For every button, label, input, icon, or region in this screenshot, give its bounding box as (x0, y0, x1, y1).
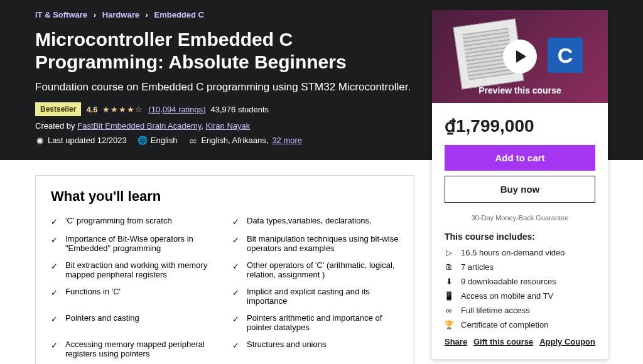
trophy-icon: 🏆 (445, 321, 453, 329)
cc-icon: ㏄ (188, 136, 197, 145)
chevron-right-icon: › (94, 10, 96, 19)
stars-icon: ★★★★☆ (102, 105, 143, 114)
check-icon: ✓ (232, 314, 239, 332)
file-icon: 🗎 (445, 263, 453, 272)
play-icon (503, 40, 537, 73)
infinity-icon: ∞ (445, 306, 453, 315)
learn-item: ✓Bit manipulation techniques using bit-w… (232, 232, 399, 255)
share-link[interactable]: Share (445, 337, 467, 346)
learn-item: ✓'C' programming from scratch (51, 213, 217, 229)
check-icon: ✓ (232, 217, 239, 227)
video-icon: ▷ (445, 249, 453, 257)
badge-icon: ◉ (35, 136, 44, 145)
add-to-cart-button[interactable]: Add to cart (445, 145, 595, 171)
author-link[interactable]: FastBit Embedded Brain Academy (77, 121, 201, 131)
more-captions-link[interactable]: 32 more (272, 136, 302, 145)
check-icon: ✓ (232, 262, 239, 279)
breadcrumb-link[interactable]: Hardware (102, 10, 139, 19)
check-icon: ✓ (51, 235, 58, 253)
learn-item: ✓Pointers and casting (51, 311, 217, 335)
mobile-icon: 📱 (445, 292, 453, 301)
author-link[interactable]: Kiran Nayak (205, 121, 250, 131)
course-subtitle: Foundation course on Embedded C programm… (35, 81, 424, 94)
learn-item: ✓Pointers arithmetic and importance of p… (232, 311, 399, 335)
preview-video[interactable]: C Preview this course (432, 10, 608, 103)
includes-item: 🗎7 articles (445, 262, 595, 272)
check-icon: ✓ (51, 217, 58, 227)
learn-item: ✓Functions in 'C' (51, 284, 217, 308)
learn-item: ✓Importance of Bit-Wise operators in "Em… (51, 232, 217, 255)
breadcrumb-link[interactable]: Embedded C (154, 10, 204, 19)
includes-item: 📱Access on mobile and TV (445, 291, 595, 301)
breadcrumb-link[interactable]: IT & Software (35, 10, 87, 19)
learn-item: ✓Other operators of 'C' (arithmatic, log… (232, 258, 399, 282)
includes-item: ∞Full lifetime access (445, 306, 595, 315)
last-updated: ◉ Last updated 12/2023 (35, 136, 127, 145)
check-icon: ✓ (232, 341, 239, 358)
course-language: 🌐 English (138, 136, 178, 145)
course-title: Microcontroller Embedded C Programming: … (35, 28, 424, 73)
guarantee-text: 30-Day Money-Back Guarantee (445, 214, 595, 222)
chevron-right-icon: › (146, 10, 148, 19)
download-icon: ⬇ (445, 277, 453, 286)
globe-icon: 🌐 (138, 136, 147, 145)
check-icon: ✓ (232, 288, 239, 306)
learn-title: What you'll learn (51, 188, 399, 205)
coupon-link[interactable]: Apply Coupon (539, 337, 595, 346)
rating-count-link[interactable]: (10,094 ratings) (148, 105, 205, 114)
learn-item: ✓Structures and unions (232, 337, 399, 361)
rating-value: 4.6 (86, 105, 97, 114)
preview-label: Preview this course (432, 85, 608, 95)
includes-item: 🏆Certificate of completion (445, 320, 595, 329)
gift-link[interactable]: Gift this course (473, 337, 533, 346)
learn-item: ✓Accessing memory mapped peripheral regi… (51, 337, 217, 361)
learn-item: ✓Implicit and explicit casting and its i… (232, 284, 399, 308)
check-icon: ✓ (51, 314, 58, 332)
buy-now-button[interactable]: Buy now (445, 176, 595, 203)
includes-item: ⬇9 downloadable resources (445, 277, 595, 286)
includes-title: This course includes: (445, 232, 595, 242)
course-captions: ㏄ English, Afrikaans, 32 more (188, 136, 302, 145)
learn-item: ✓Bit extraction and working with memory … (51, 258, 217, 282)
price: ₫1,799,000 (445, 115, 595, 136)
includes-item: ▷16.5 hours on-demand video (445, 248, 595, 257)
check-icon: ✓ (232, 235, 239, 253)
check-icon: ✓ (51, 262, 58, 279)
bestseller-badge: Bestseller (35, 102, 81, 116)
c-logo-icon: C (548, 38, 583, 73)
check-icon: ✓ (51, 288, 58, 306)
purchase-sidebar: C Preview this course ₫1,799,000 Add to … (432, 10, 608, 359)
student-count: 43,976 students (211, 105, 269, 114)
learn-item: ✓Data types,variables, declarations, (232, 213, 399, 229)
what-you-learn-box: What you'll learn ✓'C' programming from … (35, 175, 414, 364)
check-icon: ✓ (51, 341, 58, 358)
